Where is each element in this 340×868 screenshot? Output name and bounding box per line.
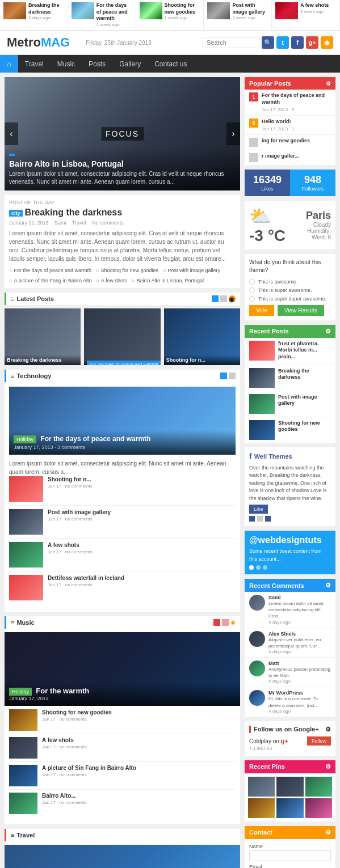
rss-button[interactable]: ◉ <box>321 36 333 49</box>
music-rss-icon[interactable]: ◉ <box>230 619 236 626</box>
rp-item-3[interactable]: Post with image gallery <box>245 391 335 417</box>
ticker-item-2[interactable]: For the days of peace and warmth 1 week … <box>68 0 136 30</box>
latest-item-3[interactable]: Shooting for n... <box>164 308 240 365</box>
nav-travel[interactable]: Travel <box>18 56 51 73</box>
comment-4[interactable]: Mr WordPress Hi, this is a comment. To d… <box>245 687 335 716</box>
rp-item-2[interactable]: Breaking the darkness <box>245 365 335 391</box>
pin-4[interactable] <box>248 798 275 818</box>
contact-settings[interactable]: ⚙ <box>325 829 331 836</box>
comments-widget: Recent Comments ⚙ Sami Lorem ipsum dolor… <box>245 579 335 717</box>
tech-ctrl-2[interactable] <box>229 372 236 379</box>
poll-option-2[interactable]: This is super awesome. <box>249 287 331 293</box>
tech-row-1[interactable]: Shooting for n... Jan 17 · no comments <box>9 476 236 506</box>
poll-option-1[interactable]: This is awesome. <box>249 279 331 285</box>
nav-music[interactable]: Music <box>51 56 82 73</box>
gplus-settings[interactable]: ⚙ <box>325 726 331 733</box>
left-column: ‹ › FOCUS Bairro Alto in Lisboa, Portuga… <box>5 77 240 868</box>
search-input[interactable] <box>203 37 259 48</box>
fb-dot-2[interactable] <box>257 516 263 522</box>
travel-featured[interactable]: city Breaking the darkness January 21, 2… <box>5 845 240 868</box>
potd-link-1[interactable]: For the days of peace and warmth <box>9 268 91 273</box>
ticker-item-1[interactable]: Breaking the darkness 5 days ago <box>0 0 68 30</box>
tw-dot-2[interactable] <box>256 565 261 570</box>
hero-prev-arrow[interactable]: ‹ <box>5 122 18 145</box>
fb-dot-1[interactable] <box>249 516 255 522</box>
hero-next-arrow[interactable]: › <box>226 122 240 145</box>
music-row-2[interactable]: A few shots Jan 17 · no comments <box>9 737 236 762</box>
nav-home[interactable]: ⌂ <box>0 55 18 73</box>
fb-dot-3[interactable] <box>265 516 271 522</box>
tw-label: Followers <box>295 186 331 192</box>
latest-ctrl-2[interactable] <box>220 295 227 302</box>
tw-dot-3[interactable] <box>263 565 267 570</box>
gplus-follow-button[interactable]: Follow <box>307 736 331 746</box>
pp-item-4[interactable]: r image galler... <box>245 150 335 165</box>
comment-text-1: Lorem ipsum dolor sit amet, consectetur … <box>268 600 331 620</box>
comments-settings[interactable]: ⚙ <box>325 582 331 589</box>
music-row-4[interactable]: Bairro Alto... Jan 17 · no comments <box>9 793 236 817</box>
tw-dot-1[interactable] <box>249 565 254 570</box>
pins-settings[interactable]: ⚙ <box>325 763 331 770</box>
tech-row-2[interactable]: Post with image gallery Jan 17 · no comm… <box>9 509 236 539</box>
header-date: Friday, 25th January 2013 <box>86 40 151 46</box>
potd-link-3[interactable]: Post with image gallery <box>163 268 220 273</box>
vote-button[interactable]: Vote <box>249 305 274 316</box>
music-ctrl-1[interactable] <box>213 619 220 626</box>
poll-radio-3[interactable] <box>249 296 255 302</box>
potd-link-2[interactable]: Shooting for new goodies <box>96 268 158 273</box>
tech-ctrl-1[interactable] <box>220 372 227 379</box>
nav-gallery[interactable]: Gallery <box>112 56 148 73</box>
facebook-button[interactable]: f <box>291 36 304 49</box>
pin-2[interactable] <box>276 777 303 797</box>
ticker-item-5[interactable]: A few shots 1 week ago <box>272 0 340 30</box>
poll-radio-1[interactable] <box>249 279 255 285</box>
latest-item-1[interactable]: Breaking the darkness <box>5 308 81 365</box>
nav-contact[interactable]: Contact us <box>148 56 194 73</box>
recent-posts-settings[interactable]: ⚙ <box>325 328 331 335</box>
potd-link-5[interactable]: A few shots <box>96 278 127 283</box>
logo[interactable]: MetroMAG <box>7 35 70 50</box>
avatar-4 <box>249 690 265 706</box>
music-featured-title: For the warmth <box>36 687 89 695</box>
ticker-item-3[interactable]: Shooting for new goodies 1 week ago <box>136 0 204 30</box>
pp-item-2[interactable]: 5 Hello world! Jan 17, 2013 · 1 <box>245 116 335 135</box>
comment-1[interactable]: Sami Lorem ipsum dolor sit amet, consect… <box>245 592 335 628</box>
music-thumb-1 <box>9 709 37 731</box>
fb-stat[interactable]: 16349 Likes <box>245 170 290 196</box>
tech-row-4[interactable]: Dettifoss waterfall in Iceland Jan 17 · … <box>9 575 236 604</box>
rp-item-1[interactable]: frust et pharetra. Morbi tellus m... pro… <box>245 338 335 365</box>
poll-option-3[interactable]: This is super duper awesome. <box>249 296 331 302</box>
rp-item-4[interactable]: Shooting for new goodies <box>245 417 335 443</box>
pin-3[interactable] <box>305 777 332 797</box>
pp-item-3[interactable]: ing for new goodies <box>245 135 335 150</box>
view-results-button[interactable]: View Results <box>278 305 324 316</box>
tech-featured[interactable]: Holiday For the days of peace and warmth… <box>9 387 236 455</box>
nav-posts[interactable]: Posts <box>82 56 112 73</box>
contact-name-input[interactable] <box>249 850 331 861</box>
ticker-item-4[interactable]: Post with image gallery 1 week ago <box>204 0 272 30</box>
comment-2[interactable]: Alex Shiels Aliquam ver nulla eros, eu p… <box>245 628 335 658</box>
fb-like-button[interactable]: Like <box>249 505 268 514</box>
potd-link-6[interactable]: Bairro Alto in Lisboa, Portugal <box>132 278 204 283</box>
popular-posts-settings[interactable]: ⚙ <box>326 81 331 87</box>
twitter-button[interactable]: t <box>276 36 289 49</box>
pp-item-1[interactable]: 1 For the days of peace and warmth Jan 1… <box>245 90 335 115</box>
poll-radio-2[interactable] <box>249 287 255 293</box>
music-featured[interactable]: Holiday For the warmth January 17, 2013 <box>5 632 240 706</box>
rss-ctrl[interactable]: ◉ <box>229 295 236 302</box>
potd-link-4[interactable]: A picture of Sin Fang in Bairro Alto <box>9 278 92 283</box>
latest-item-2[interactable]: For the days of peace and warmth <box>84 308 160 365</box>
tech-row-3[interactable]: A few shots Jan 17 · no comments <box>9 542 236 571</box>
comment-3[interactable]: Matt Anonymous person pretending to be M… <box>245 658 335 687</box>
tw-stat[interactable]: 948 Followers <box>290 170 335 196</box>
pin-6[interactable] <box>305 798 332 818</box>
search-button[interactable]: 🔍 <box>262 36 274 49</box>
hero-slider[interactable]: ‹ › FOCUS Bairro Alto in Lisboa, Portuga… <box>5 77 240 190</box>
music-row-3[interactable]: A picture of Sin Fang in Bairro Alto Jan… <box>9 765 236 790</box>
latest-ctrl-1[interactable] <box>212 295 219 302</box>
gplus-button[interactable]: g+ <box>306 36 318 49</box>
music-row-1[interactable]: Shooting for new goodies Jan 17 · no com… <box>9 709 236 734</box>
pin-5[interactable] <box>276 798 303 818</box>
music-ctrl-2[interactable] <box>222 619 229 626</box>
pin-1[interactable] <box>248 777 275 797</box>
